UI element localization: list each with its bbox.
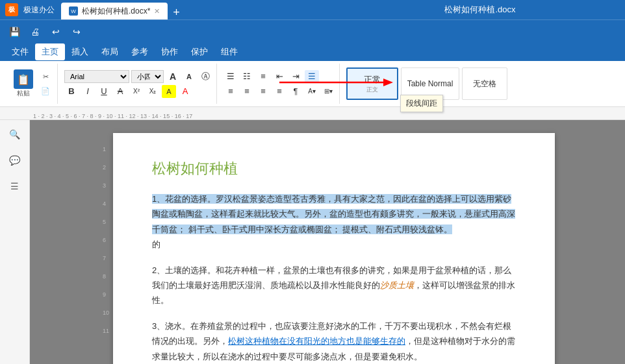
font-name-select[interactable]: Arial xyxy=(64,70,129,83)
menu-layout[interactable]: 布局 xyxy=(95,43,125,60)
paragraph-section: ☰ ☷ ≡ ⇤ ⇥ ☰ ≡ ≡ ≡ ≡ ¶ A▾ ⊞▾ xyxy=(220,64,340,104)
tooltip-text: 段线间距 xyxy=(406,99,437,108)
paste-option-2[interactable]: 📄 xyxy=(39,84,52,97)
style-no-space-label: 无空格 xyxy=(473,79,496,90)
font-size-select[interactable]: 小四 xyxy=(131,70,164,83)
doc-tab[interactable]: W 松树如何种植.docx* ✕ xyxy=(61,3,168,19)
tab-label: 松树如何种植.docx* xyxy=(82,6,150,17)
window-title: 松树如何种植.docx xyxy=(340,4,620,16)
align-right-button[interactable]: ≡ xyxy=(256,85,270,98)
menu-bar: 文件 主页 插入 布局 参考 协作 保护 组件 xyxy=(0,43,625,61)
font-section: Arial 小四 A A Ⓐ B I U A X² X₂ A A xyxy=(60,64,217,104)
indent-decrease-button[interactable]: ⇤ xyxy=(272,70,287,83)
paste-button[interactable]: 📋 粘贴 xyxy=(10,67,36,101)
style-normal-sublabel: 正文 xyxy=(366,86,378,94)
underline-button[interactable]: U xyxy=(97,85,111,98)
ruler: 1 · 2 · 3 · 4 · 5 · 6 · 7 · 8 · 9 · 10 ·… xyxy=(0,107,625,120)
main-layout: 🔍 💬 ☰ 1234 5678 91011 松树如何种植 1、花盆的选择。罗汉松… xyxy=(0,120,625,364)
clear-format-button[interactable]: Ⓐ xyxy=(198,70,212,83)
shading-button[interactable]: A▾ xyxy=(305,85,319,98)
ribbon: 📋 粘贴 ✂ 📄 Arial 小四 A A Ⓐ B I U A X² X₂ xyxy=(0,61,625,107)
redo-button[interactable]: ↪ xyxy=(68,23,86,41)
app-icon: 极 xyxy=(5,3,18,16)
save-button[interactable]: 💾 xyxy=(5,23,23,41)
title-bar: 极 极速办公 W 松树如何种植.docx* ✕ + 松树如何种植.docx xyxy=(0,0,625,19)
paste-section: 📋 粘贴 ✂ 📄 xyxy=(5,64,58,104)
strikethrough-button[interactable]: A xyxy=(113,85,127,98)
title-bar-left: 极 极速办公 xyxy=(5,3,55,16)
paste-option-1[interactable]: ✂ xyxy=(39,70,52,83)
quick-access-toolbar: 💾 🖨 ↩ ↪ xyxy=(0,19,625,43)
sidebar-comment-icon[interactable]: 💬 xyxy=(6,151,24,169)
line-spacing-tooltip: 段线间距 xyxy=(400,95,443,112)
print-button[interactable]: 🖨 xyxy=(26,23,44,41)
highlight-button[interactable]: A xyxy=(162,85,176,98)
document-area[interactable]: 1234 5678 91011 松树如何种植 1、花盆的选择。罗汉松盆景姿态造型… xyxy=(30,120,625,364)
paragraph-3: 3、浇水。在养殖盆景的过程中，也应该要注意好浇水的工作，千万不要出现积水，不然会… xyxy=(152,319,516,364)
ruler-inner: 1 · 2 · 3 · 4 · 5 · 6 · 7 · 8 · 9 · 10 ·… xyxy=(30,107,625,119)
line-numbers: 1234 5678 91011 xyxy=(100,133,113,352)
paragraph-2: 2、土壤的选择。和花卉种植一样，盆景的土壤也有很多的讲究，如果是用于盆景种植的话… xyxy=(152,263,516,308)
align-center-button[interactable]: ≡ xyxy=(240,85,254,98)
menu-file[interactable]: 文件 xyxy=(5,43,35,60)
paste-icon: 📋 xyxy=(14,69,33,89)
style-table-normal-label: Table Normal xyxy=(407,79,453,88)
menu-protect[interactable]: 保护 xyxy=(185,43,214,60)
font-color-button[interactable]: A xyxy=(178,85,192,98)
paste-label: 粘贴 xyxy=(17,89,30,98)
paragraph-1-highlighted: 1、花盆的选择。罗汉松盆景姿态造型苍古秀雅，具有大家之范，因此在盆的选择上可以选… xyxy=(152,194,515,234)
tab-doc-icon: W xyxy=(69,6,78,16)
document-page: 松树如何种植 1、花盆的选择。罗汉松盆景姿态造型苍古秀雅，具有大家之范，因此在盆… xyxy=(113,133,555,364)
sidebar-search-icon[interactable]: 🔍 xyxy=(6,125,24,143)
style-no-space[interactable]: 无空格 xyxy=(462,67,507,100)
new-tab-button[interactable]: + xyxy=(169,6,184,19)
list-bullet-button[interactable]: ☰ xyxy=(223,70,238,83)
bold-button[interactable]: B xyxy=(64,85,79,98)
paragraph-2-link: 沙质土壤 xyxy=(380,280,414,290)
list-outline-button[interactable]: ≡ xyxy=(256,70,270,83)
grow-font-button[interactable]: A xyxy=(166,70,180,83)
tab-close-button[interactable]: ✕ xyxy=(154,7,160,16)
indent-increase-button[interactable]: ⇥ xyxy=(288,70,303,83)
undo-button[interactable]: ↩ xyxy=(47,23,65,41)
tab-bar: W 松树如何种植.docx* ✕ + xyxy=(61,0,340,19)
document-title: 松树如何种植 xyxy=(152,159,516,178)
align-justify-button[interactable]: ≡ xyxy=(272,85,287,98)
line-spacing-button[interactable]: ☰ xyxy=(305,70,319,83)
border-button[interactable]: ⊞▾ xyxy=(321,85,335,98)
superscript-button[interactable]: X² xyxy=(129,85,144,98)
style-normal-label: 正常 xyxy=(364,74,381,86)
style-normal[interactable]: 正常 正文 xyxy=(346,67,398,100)
paragraph-1: 1、花盆的选择。罗汉松盆景姿态造型苍古秀雅，具有大家之范，因此在盆的选择上可以选… xyxy=(152,191,516,252)
menu-reference[interactable]: 参考 xyxy=(125,43,155,60)
align-left-button[interactable]: ≡ xyxy=(223,85,238,98)
menu-collaborate[interactable]: 协作 xyxy=(155,43,185,60)
paragraph-3-link: 松树这种植物在没有阳光的地方也是能够生存的 xyxy=(228,336,405,346)
subscript-button[interactable]: X₂ xyxy=(146,85,160,98)
menu-insert[interactable]: 插入 xyxy=(65,43,95,60)
list-number-button[interactable]: ☷ xyxy=(240,70,254,83)
menu-home[interactable]: 主页 xyxy=(35,43,65,60)
paragraph-1-end: 的 xyxy=(152,239,160,249)
show-formatting-button[interactable]: ¶ xyxy=(288,85,303,98)
italic-button[interactable]: I xyxy=(81,85,95,98)
sidebar-list-icon[interactable]: ☰ xyxy=(6,177,24,195)
left-sidebar: 🔍 💬 ☰ xyxy=(0,120,30,364)
app-name: 极速办公 xyxy=(23,5,55,16)
menu-components[interactable]: 组件 xyxy=(214,43,244,60)
shrink-font-button[interactable]: A xyxy=(182,70,196,83)
